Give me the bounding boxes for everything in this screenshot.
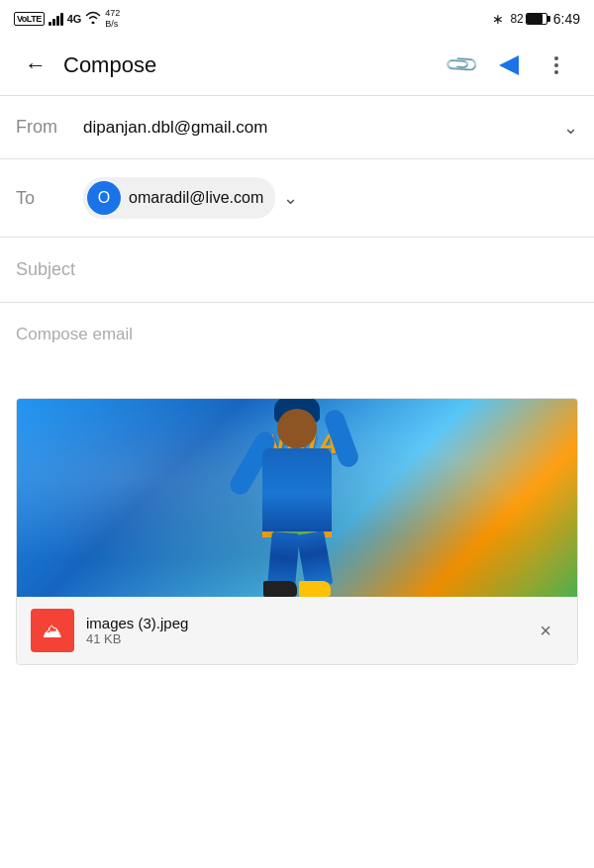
status-right: ∗ 82 6:49 [492,11,580,27]
page-title: Compose [63,52,440,78]
to-dropdown-icon[interactable]: ⌄ [283,187,298,209]
attachment-section: INDIA ⛰ images (3).jpeg 41 KB × [16,398,578,665]
attachment-image-preview: INDIA [17,399,577,597]
file-name: images (3).jpeg [86,615,516,631]
more-vertical-icon [554,56,558,74]
app-bar: ← Compose 📎 [0,36,594,95]
svg-marker-0 [499,55,519,75]
from-label: From [16,117,83,138]
file-info-bar: ⛰ images (3).jpeg 41 KB × [17,597,577,664]
status-bar: VoLTE 4G 472B/s ∗ 82 6:49 [0,0,594,36]
clock: 6:49 [553,11,580,27]
subject-field-row[interactable]: Subject [0,238,594,303]
network-type: 4G [67,13,82,25]
back-arrow-icon: ← [25,52,47,78]
volte-badge: VoLTE [14,12,45,26]
file-size: 41 KB [86,631,516,646]
player-body [262,448,332,537]
send-icon [497,53,521,77]
wifi-icon [85,11,101,27]
send-button[interactable] [487,44,531,87]
back-button[interactable]: ← [16,46,55,85]
compose-placeholder: Compose email [16,325,133,343]
from-field-row: From dipanjan.dbl@gmail.com ⌄ [0,96,594,159]
close-icon: × [540,620,551,642]
network-speed: 472B/s [105,8,120,30]
battery-icon [526,13,547,25]
player-head [277,409,317,448]
bluetooth-icon: ∗ [492,11,504,27]
to-label: To [16,188,83,209]
recipient-chip[interactable]: O omaradil@live.com [83,177,275,219]
file-details: images (3).jpeg 41 KB [86,615,516,646]
status-left: VoLTE 4G 472B/s [14,8,120,30]
image-thumb-icon: ⛰ [43,620,62,642]
subject-placeholder: Subject [16,259,75,279]
remove-attachment-button[interactable]: × [528,613,563,648]
avatar: O [87,181,121,215]
toolbar-actions: 📎 [440,44,578,87]
attach-button[interactable]: 📎 [440,44,483,87]
battery-percent: 82 [510,12,523,26]
signal-bars [49,12,63,26]
from-value[interactable]: dipanjan.dbl@gmail.com [83,118,555,138]
attach-icon: 📎 [443,47,479,83]
from-dropdown-icon[interactable]: ⌄ [563,117,578,139]
recipient-email: omaradil@live.com [129,189,263,207]
player-shoe-left [263,581,297,597]
avatar-letter: O [98,189,110,207]
file-thumbnail: ⛰ [31,609,74,652]
compose-body-area[interactable]: Compose email [0,303,594,382]
player-shoe-right [299,581,331,597]
to-field-row: To O omaradil@live.com ⌄ [0,159,594,238]
more-button[interactable] [535,44,578,87]
battery-container: 82 [510,12,546,26]
